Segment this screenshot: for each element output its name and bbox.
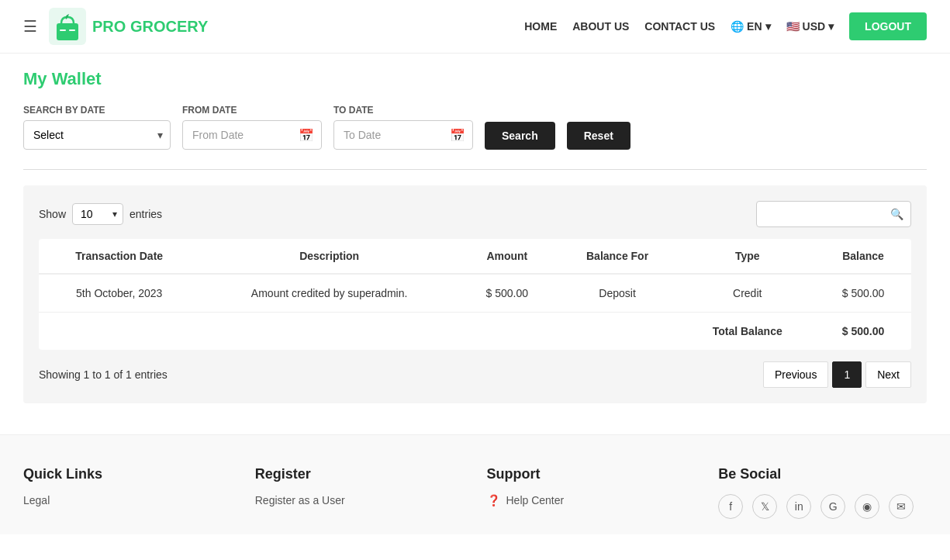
header-nav: HOME ABOUT US CONTACT US 🌐 EN ▾ 🇺🇸 USD ▾… (524, 12, 927, 40)
search-by-date-wrapper: Select Today This Week This Month ▾ (23, 120, 171, 150)
social-icons: f 𝕏 in G ◉ ✉ (718, 494, 927, 519)
currency-chevron-icon: ▾ (828, 20, 834, 33)
col-transaction-date: Transaction Date (39, 239, 199, 274)
pagination-section: Showing 1 to 1 of 1 entries Previous 1 N… (39, 361, 911, 388)
currency-flag-icon: 🇺🇸 (786, 20, 800, 33)
support-title: Support (487, 466, 696, 482)
table-header-row: Transaction Date Description Amount Bala… (39, 239, 911, 274)
search-button[interactable]: Search (485, 122, 555, 150)
twitter-icon[interactable]: 𝕏 (752, 494, 777, 519)
currency-selector[interactable]: 🇺🇸 USD ▾ (786, 20, 834, 33)
footer-register-user-link[interactable]: Register as a User (255, 494, 464, 506)
logo-text: PRO GROCERY (92, 18, 208, 36)
header-left: ☰ PRO GROCERY (23, 8, 208, 45)
cell-transaction-date: 5th October, 2023 (39, 274, 199, 313)
lang-chevron-icon: ▾ (765, 20, 771, 33)
page-content: My Wallet SEARCH BY DATE Select Today Th… (0, 54, 950, 419)
svg-rect-2 (60, 29, 66, 31)
hamburger-icon[interactable]: ☰ (23, 17, 37, 36)
quick-links-title: Quick Links (23, 466, 232, 482)
instagram-icon[interactable]: ◉ (855, 494, 879, 519)
total-balance-label: Total Balance (679, 313, 815, 351)
question-icon: ❓ (487, 494, 500, 506)
from-date-group: FROM DATE 📅 (182, 105, 322, 150)
svg-rect-3 (69, 29, 75, 31)
previous-button[interactable]: Previous (763, 361, 828, 388)
nav-about[interactable]: ABOUT US (572, 20, 629, 33)
total-empty (39, 313, 679, 351)
col-type: Type (679, 239, 815, 274)
table-controls: Show 10 25 50 100 ▾ entries 🔍 (39, 201, 911, 227)
to-date-input[interactable] (333, 120, 473, 150)
google-icon[interactable]: G (820, 494, 845, 519)
social-title: Be Social (718, 466, 927, 482)
show-entries: Show 10 25 50 100 ▾ entries (39, 203, 162, 225)
reset-button[interactable]: Reset (567, 122, 630, 150)
cell-amount: $ 500.00 (459, 274, 555, 313)
to-date-wrapper: 📅 (333, 120, 473, 150)
page-title: My Wallet (23, 69, 927, 89)
logo-icon (49, 8, 86, 45)
currency-label: USD (803, 20, 826, 33)
next-button[interactable]: Next (865, 361, 911, 388)
register-title: Register (255, 466, 464, 482)
table-section: Show 10 25 50 100 ▾ entries 🔍 (23, 185, 927, 403)
table-search-wrapper: 🔍 (756, 201, 911, 227)
search-by-date-group: SEARCH BY DATE Select Today This Week Th… (23, 105, 171, 150)
logout-button[interactable]: LOGOUT (849, 12, 927, 40)
col-amount: Amount (459, 239, 555, 274)
from-date-wrapper: 📅 (182, 120, 322, 150)
table-row: 5th October, 2023 Amount credited by sup… (39, 274, 911, 313)
language-label: EN (747, 20, 762, 33)
table-search-input[interactable] (756, 201, 911, 227)
footer-legal-link[interactable]: Legal (23, 494, 232, 506)
support-help-center: ❓ Help Center (487, 494, 696, 506)
cell-type: Credit (679, 274, 815, 313)
linkedin-icon[interactable]: in (786, 494, 811, 519)
footer-social: Be Social f 𝕏 in G ◉ ✉ (718, 466, 927, 519)
filter-row: SEARCH BY DATE Select Today This Week Th… (23, 105, 927, 150)
from-date-label: FROM DATE (182, 105, 322, 116)
from-date-input[interactable] (182, 120, 322, 150)
footer-quick-links: Quick Links Legal (23, 466, 232, 519)
search-by-date-label: SEARCH BY DATE (23, 105, 171, 116)
page-1-button[interactable]: 1 (832, 361, 862, 388)
total-row: Total Balance $ 500.00 (39, 313, 911, 351)
footer-register: Register Register as a User (255, 466, 464, 519)
table-body: 5th October, 2023 Amount credited by sup… (39, 274, 911, 350)
footer-grid: Quick Links Legal Register Register as a… (23, 466, 927, 519)
entries-label: entries (130, 208, 162, 220)
facebook-icon[interactable]: f (718, 494, 743, 519)
pagination-controls: Previous 1 Next (763, 361, 911, 388)
logo: PRO GROCERY (49, 8, 208, 45)
nav-home[interactable]: HOME (524, 20, 557, 33)
entries-select[interactable]: 10 25 50 100 (72, 203, 123, 225)
col-balance: Balance (815, 239, 911, 274)
globe-icon: 🌐 (731, 20, 744, 33)
email-icon[interactable]: ✉ (889, 494, 914, 519)
to-date-label: TO DATE (333, 105, 473, 116)
cell-description: Amount credited by superadmin. (199, 274, 458, 313)
wallet-table: Transaction Date Description Amount Bala… (39, 239, 911, 350)
filter-section: SEARCH BY DATE Select Today This Week Th… (23, 105, 927, 170)
language-selector[interactable]: 🌐 EN ▾ (731, 20, 770, 33)
col-balance-for: Balance For (555, 239, 680, 274)
footer-support: Support ❓ Help Center (487, 466, 696, 519)
cell-balance-for: Deposit (555, 274, 680, 313)
show-label: Show (39, 208, 66, 220)
search-by-date-select[interactable]: Select Today This Week This Month (23, 120, 171, 150)
nav-contact[interactable]: CONTACT US (644, 20, 715, 33)
table-header: Transaction Date Description Amount Bala… (39, 239, 911, 274)
cell-balance: $ 500.00 (815, 274, 911, 313)
to-date-group: TO DATE 📅 (333, 105, 473, 150)
showing-text: Showing 1 to 1 of 1 entries (39, 368, 168, 381)
total-balance-value: $ 500.00 (815, 313, 911, 351)
svg-rect-1 (57, 23, 78, 40)
help-center-label: Help Center (506, 494, 565, 506)
table-search-icon: 🔍 (890, 208, 903, 220)
col-description: Description (199, 239, 458, 274)
entries-select-wrapper: 10 25 50 100 ▾ (72, 203, 123, 225)
footer: Quick Links Legal Register Register as a… (0, 434, 950, 534)
header: ☰ PRO GROCERY HOME ABOUT US CONTACT US 🌐… (0, 0, 950, 54)
